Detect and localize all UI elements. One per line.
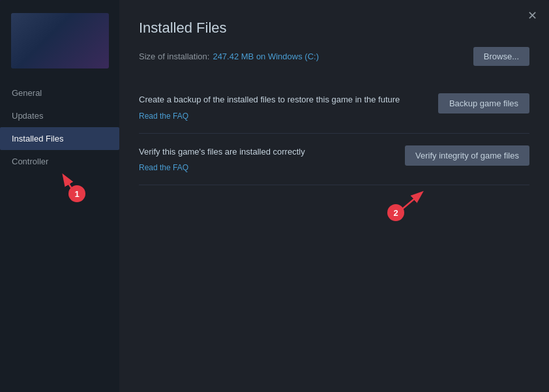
size-info: Size of installation: 247.42 MB on Windo… [139,47,529,66]
verify-section: Verify this game's files are installed c… [139,134,529,186]
page-title: Installed Files [139,20,529,37]
sidebar-item-installed-files[interactable]: Installed Files [0,127,119,150]
verify-description: Verify this game's files are installed c… [139,145,392,158]
game-thumbnail [11,13,109,68]
content-area: General Updates Installed Files Controll… [0,0,549,392]
main-panel: Installed Files Size of installation: 24… [119,0,549,392]
verify-button[interactable]: Verify integrity of game files [405,145,529,166]
sidebar-item-controller[interactable]: Controller [0,150,119,173]
sidebar-item-general[interactable]: General [0,82,119,104]
browse-button[interactable]: Browse... [473,47,529,66]
steam-dialog: ✕ General Updates Installed Files Contro… [0,0,549,392]
backup-button[interactable]: Backup game files [438,93,529,113]
close-button[interactable]: ✕ [524,8,540,23]
sidebar: General Updates Installed Files Controll… [0,0,119,392]
backup-section: Create a backup of the installed files t… [139,82,529,134]
backup-description: Create a backup of the installed files t… [139,93,425,106]
verify-faq-link[interactable]: Read the FAQ [139,163,188,172]
backup-faq-link[interactable]: Read the FAQ [139,112,188,121]
sidebar-item-updates[interactable]: Updates [0,104,119,127]
size-label: Size of installation: [139,52,209,61]
size-value: 247.42 MB on Windows (C:) [213,52,319,61]
